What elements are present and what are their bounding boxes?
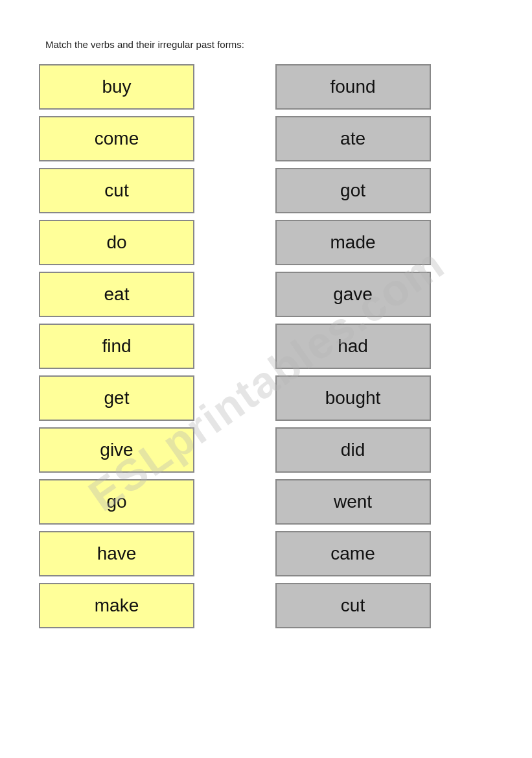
left-word-do[interactable]: do (39, 220, 194, 265)
left-word-find[interactable]: find (39, 324, 194, 369)
right-word-found[interactable]: found (275, 64, 431, 110)
right-word-cut[interactable]: cut (275, 583, 431, 628)
left-word-give[interactable]: give (39, 427, 194, 473)
left-word-buy[interactable]: buy (39, 64, 194, 110)
right-word-gave[interactable]: gave (275, 272, 431, 317)
right-word-had[interactable]: had (275, 324, 431, 369)
left-word-make[interactable]: make (39, 583, 194, 628)
left-word-have[interactable]: have (39, 531, 194, 576)
right-word-got[interactable]: got (275, 168, 431, 213)
instruction-text: Match the verbs and their irregular past… (45, 39, 493, 50)
right-word-made[interactable]: made (275, 220, 431, 265)
left-word-eat[interactable]: eat (39, 272, 194, 317)
page-container: Match the verbs and their irregular past… (0, 0, 532, 758)
left-word-go[interactable]: go (39, 479, 194, 525)
right-column: foundategotmadegavehadboughtdidwentcamec… (275, 64, 493, 628)
right-word-came[interactable]: came (275, 531, 431, 576)
right-word-bought[interactable]: bought (275, 375, 431, 421)
word-columns: buycomecutdoeatfindgetgivegohavemake fou… (39, 64, 493, 628)
left-word-cut[interactable]: cut (39, 168, 194, 213)
right-word-ate[interactable]: ate (275, 116, 431, 161)
left-column: buycomecutdoeatfindgetgivegohavemake (39, 64, 257, 628)
right-word-did[interactable]: did (275, 427, 431, 473)
right-word-went[interactable]: went (275, 479, 431, 525)
left-word-get[interactable]: get (39, 375, 194, 421)
left-word-come[interactable]: come (39, 116, 194, 161)
